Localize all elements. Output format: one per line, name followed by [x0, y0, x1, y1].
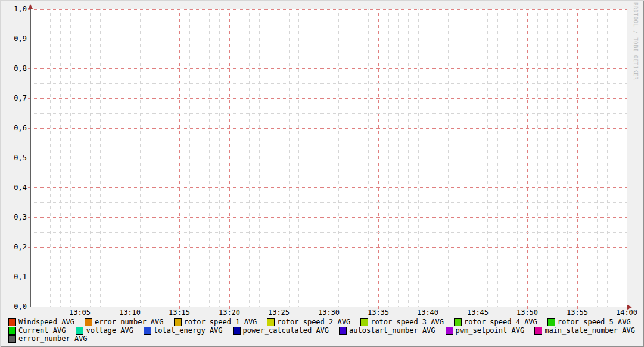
legend-item: main_state_number AVG [534, 326, 635, 335]
legend-item: error_number AVG [85, 318, 164, 326]
x-tick-label: 13:10 [111, 309, 149, 317]
legend-swatch-icon [233, 327, 241, 335]
legend-label: power_calculated AVG [243, 327, 329, 335]
legend-item: rotor speed 3 AVG [360, 318, 444, 326]
legend-swatch-icon [446, 327, 453, 335]
x-tick-label: 13:35 [359, 309, 397, 317]
legend-item: autostart_number AVG [339, 326, 435, 335]
y-axis-arrow-icon [28, 4, 33, 9]
y-tick-label: 0,4 [0, 183, 27, 192]
legend-item: rotor speed 2 AVG [267, 318, 350, 326]
gridline-major-h [28, 128, 627, 129]
legend-label: rotor speed 4 AVG [464, 318, 537, 326]
legend-swatch-icon [85, 318, 92, 326]
legend-row: Windspeed AVGerror_number AVGrotor speed… [8, 318, 644, 326]
x-axis-line [29, 307, 628, 307]
legend-label: rotor speed 1 AVG [184, 318, 257, 326]
legend-swatch-icon [174, 318, 182, 326]
legend-item: Windspeed AVG [8, 318, 74, 326]
gridline-minor-h [30, 24, 627, 24]
legend-label: autostart_number AVG [349, 327, 435, 335]
gridline-minor-h [30, 262, 627, 262]
y-tick-label: 0,6 [0, 124, 27, 132]
gridline-major-v [627, 9, 627, 309]
y-tick-label: 0,1 [0, 273, 27, 281]
gridline-minor-h [30, 232, 627, 233]
legend-row: error_number AVG [8, 335, 644, 343]
legend-label: Current AVG [18, 327, 66, 335]
legend-label: voltage AVG [86, 327, 133, 335]
legend-swatch-icon [76, 327, 83, 335]
legend-label: error_number AVG [18, 335, 88, 343]
legend-label: Windspeed AVG [18, 318, 74, 326]
legend-item: pwm_setpoint AVG [446, 326, 525, 335]
gridline-major-h [28, 39, 627, 39]
legend-swatch-icon [8, 335, 16, 343]
x-tick-label: 13:40 [409, 309, 447, 317]
legend-swatch-icon [339, 327, 347, 335]
y-tick-label: 0,5 [0, 154, 27, 162]
legend-swatch-icon [547, 318, 555, 326]
gridline-minor-h [30, 143, 627, 143]
legend-item: voltage AVG [76, 326, 133, 335]
y-tick-label: 0,3 [0, 213, 27, 221]
legend-swatch-icon [360, 318, 368, 326]
legend-label: rotor speed 2 AVG [277, 318, 350, 326]
gridline-minor-h [30, 113, 627, 114]
legend-swatch-icon [267, 318, 275, 326]
legend-label: pwm_setpoint AVG [456, 327, 525, 335]
gridline-major-h [28, 187, 627, 188]
x-tick-label: 14:00 [608, 309, 644, 317]
gridline-minor-h [30, 292, 627, 292]
y-tick-label: 0,2 [0, 243, 27, 251]
gridline-major-h [28, 9, 627, 10]
x-tick-label: 13:20 [210, 309, 248, 317]
x-tick-label: 13:45 [459, 309, 497, 317]
gridline-minor-h [30, 202, 627, 203]
x-tick-label: 13:05 [61, 309, 99, 317]
legend-item: error_number AVG [8, 335, 88, 343]
x-tick-label: 13:55 [558, 309, 596, 317]
legend-label: rotor speed 5 AVG [558, 318, 631, 326]
y-tick-label: 0,9 [0, 35, 27, 43]
x-tick-label: 13:15 [160, 309, 198, 317]
y-tick-label: 0,8 [0, 64, 27, 73]
x-tick-label: 13:50 [508, 309, 546, 317]
legend-swatch-icon [8, 318, 16, 326]
y-axis-line [30, 7, 31, 307]
rrdtool-graph: 0,00,10,20,30,40,50,60,70,80,91,0 13:051… [0, 0, 644, 347]
legend-row: Current AVGvoltage AVGtotal_energy AVGpo… [8, 326, 644, 335]
gridline-major-h [28, 98, 627, 99]
watermark: RRDTOOL / TOBI OETIKER [633, 2, 639, 80]
x-tick-label: 13:25 [260, 309, 298, 317]
legend-item: power_calculated AVG [233, 326, 329, 335]
y-tick-label: 0,0 [0, 302, 27, 311]
legend-swatch-icon [8, 327, 16, 335]
y-tick-label: 1,0 [0, 5, 27, 13]
legend-item: rotor speed 5 AVG [547, 318, 631, 326]
plot-area [30, 9, 627, 307]
legend-label: rotor speed 3 AVG [371, 318, 444, 326]
gridline-major-h [28, 217, 627, 218]
gridline-major-h [28, 247, 627, 248]
legend-label: main_state_number AVG [545, 327, 635, 335]
legend-label: error_number AVG [95, 318, 164, 326]
legend: Windspeed AVGerror_number AVGrotor speed… [8, 318, 644, 343]
gridline-major-h [28, 277, 627, 277]
legend-swatch-icon [454, 318, 462, 326]
legend-item: Current AVG [8, 326, 66, 335]
legend-item: rotor speed 1 AVG [174, 318, 257, 326]
x-tick-label: 13:30 [310, 309, 348, 317]
legend-swatch-icon [534, 327, 542, 335]
gridline-major-h [28, 158, 627, 158]
legend-item: total_energy AVG [144, 326, 223, 335]
legend-swatch-icon [144, 327, 151, 335]
legend-label: total_energy AVG [154, 327, 223, 335]
y-tick-label: 0,7 [0, 94, 27, 102]
gridline-minor-h [30, 83, 627, 84]
gridline-major-h [28, 68, 627, 69]
gridline-minor-h [30, 54, 627, 54]
gridline-minor-h [30, 173, 627, 173]
legend-item: rotor speed 4 AVG [454, 318, 537, 326]
